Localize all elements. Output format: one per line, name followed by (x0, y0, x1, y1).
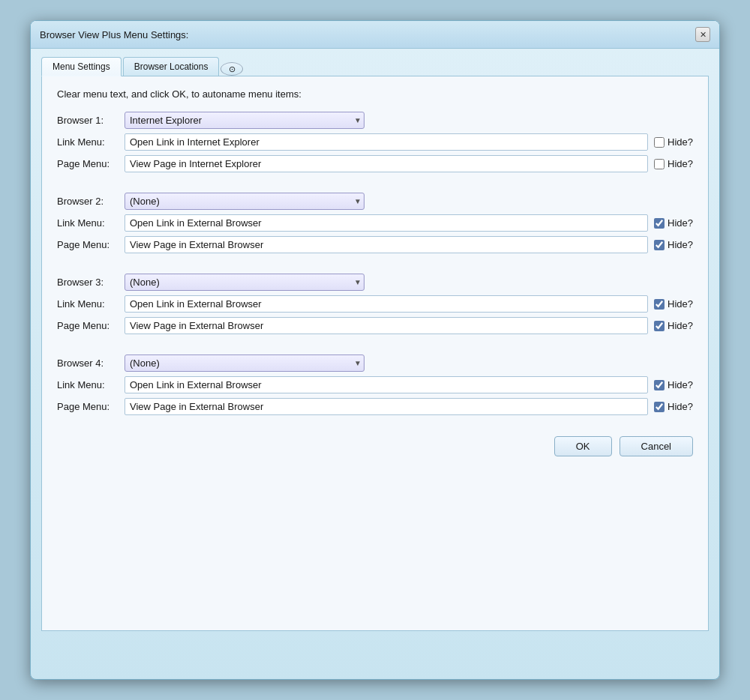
browser-4-select[interactable]: (None) Internet Explorer Firefox Chrome (124, 354, 364, 372)
browser-2-page-label: Page Menu: (57, 239, 124, 250)
browser-1-page-hide-label: Hide? (668, 158, 693, 169)
browser-3-label: Browser 3: (57, 277, 124, 288)
browser-1-page-hide-row: Hide? (654, 158, 693, 169)
browser-2-page-hide-label: Hide? (668, 239, 693, 250)
browser-3-section: Browser 3: (None) Internet Explorer Fire… (57, 274, 693, 334)
browser-2-link-label: Link Menu: (57, 217, 124, 229)
browser-3-select[interactable]: (None) Internet Explorer Firefox Chrome (124, 274, 364, 291)
browser-1-select-wrapper: Internet Explorer (None) Firefox Chrome … (124, 112, 364, 129)
browser-3-page-input[interactable] (124, 317, 648, 334)
browser-4-link-hide-checkbox[interactable] (654, 380, 664, 390)
browser-1-page-label: Page Menu: (57, 158, 124, 169)
dialog-window: Browser View Plus Menu Settings: ✕ Menu … (30, 20, 720, 680)
browser-1-row: Browser 1: Internet Explorer (None) Fire… (57, 112, 693, 129)
browser-2-label: Browser 2: (57, 196, 124, 207)
browser-4-row: Browser 4: (None) Internet Explorer Fire… (57, 354, 693, 372)
browser-1-link-row: Link Menu: Hide? (57, 133, 693, 151)
browser-1-link-hide-label: Hide? (668, 136, 693, 148)
browser-3-link-input[interactable] (124, 295, 648, 313)
browser-1-link-label: Link Menu: (57, 136, 124, 148)
browser-4-page-hide-checkbox[interactable] (654, 402, 664, 412)
browser-2-select-wrapper: (None) Internet Explorer Firefox Chrome … (124, 193, 364, 210)
ok-button[interactable]: OK (554, 436, 612, 456)
browser-1-link-hide-checkbox[interactable] (654, 137, 664, 148)
browser-1-select[interactable]: Internet Explorer (None) Firefox Chrome (124, 112, 364, 129)
browser-2-row: Browser 2: (None) Internet Explorer Fire… (57, 193, 693, 210)
browser-4-link-input[interactable] (124, 376, 648, 393)
browser-2-link-hide-row: Hide? (654, 217, 693, 229)
close-button[interactable]: ✕ (695, 27, 710, 42)
browser-4-section: Browser 4: (None) Internet Explorer Fire… (57, 354, 693, 415)
browser-3-page-row: Page Menu: Hide? (57, 317, 693, 334)
browser-4-page-hide-label: Hide? (668, 401, 693, 412)
browser-4-page-row: Page Menu: Hide? (57, 398, 693, 415)
browser-3-page-hide-checkbox[interactable] (654, 321, 664, 331)
browser-4-link-row: Link Menu: Hide? (57, 376, 693, 393)
browser-2-page-input[interactable] (124, 236, 648, 253)
tab-browser-locations[interactable]: Browser Locations (123, 57, 220, 76)
browser-4-link-hide-row: Hide? (654, 379, 693, 390)
main-panel: Clear menu text, and click OK, to autona… (41, 76, 709, 631)
browser-1-section: Browser 1: Internet Explorer (None) Fire… (57, 112, 693, 172)
browser-2-page-row: Page Menu: Hide? (57, 236, 693, 253)
browser-4-page-hide-row: Hide? (654, 401, 693, 412)
browser-3-link-row: Link Menu: Hide? (57, 295, 693, 313)
dialog-title: Browser View Plus Menu Settings: (40, 29, 188, 40)
browser-4-select-wrapper: (None) Internet Explorer Firefox Chrome … (124, 354, 364, 372)
browser-1-link-input[interactable] (124, 133, 648, 151)
footer: OK Cancel (57, 429, 693, 456)
title-bar: Browser View Plus Menu Settings: ✕ (31, 21, 719, 49)
browser-3-link-hide-checkbox[interactable] (654, 299, 664, 310)
browser-3-page-hide-row: Hide? (654, 320, 693, 331)
cancel-button[interactable]: Cancel (620, 436, 693, 456)
instruction-text: Clear menu text, and click OK, to autona… (57, 88, 693, 100)
browser-2-page-hide-checkbox[interactable] (654, 240, 664, 250)
browser-4-page-input[interactable] (124, 398, 648, 415)
browser-4-link-hide-label: Hide? (668, 379, 693, 390)
browser-2-select[interactable]: (None) Internet Explorer Firefox Chrome (124, 193, 364, 210)
tab-menu-settings[interactable]: Menu Settings (41, 57, 122, 76)
browser-4-link-label: Link Menu: (57, 379, 124, 390)
browser-4-page-label: Page Menu: (57, 401, 124, 412)
browser-3-page-label: Page Menu: (57, 320, 124, 331)
browser-3-select-wrapper: (None) Internet Explorer Firefox Chrome … (124, 274, 364, 291)
browser-2-link-hide-label: Hide? (668, 217, 693, 229)
browser-2-page-hide-row: Hide? (654, 239, 693, 250)
browser-2-link-row: Link Menu: Hide? (57, 214, 693, 232)
dialog-content: Menu Settings Browser Locations ⊙ Clear … (31, 49, 719, 642)
browser-3-link-hide-row: Hide? (654, 298, 693, 310)
browser-3-link-label: Link Menu: (57, 298, 124, 310)
browser-2-link-input[interactable] (124, 214, 648, 232)
browser-1-page-hide-checkbox[interactable] (654, 159, 664, 169)
browser-1-page-row: Page Menu: Hide? (57, 155, 693, 172)
browser-3-page-hide-label: Hide? (668, 320, 693, 331)
browser-3-link-hide-label: Hide? (668, 298, 693, 310)
browser-3-row: Browser 3: (None) Internet Explorer Fire… (57, 274, 693, 291)
browser-1-label: Browser 1: (57, 115, 124, 126)
browser-2-link-hide-checkbox[interactable] (654, 218, 664, 229)
tab-info[interactable]: ⊙ (220, 62, 243, 76)
tabs-bar: Menu Settings Browser Locations ⊙ (41, 56, 709, 76)
browser-2-section: Browser 2: (None) Internet Explorer Fire… (57, 193, 693, 253)
browser-1-page-input[interactable] (124, 155, 648, 172)
browser-4-label: Browser 4: (57, 357, 124, 369)
browser-1-link-hide-row: Hide? (654, 136, 693, 148)
